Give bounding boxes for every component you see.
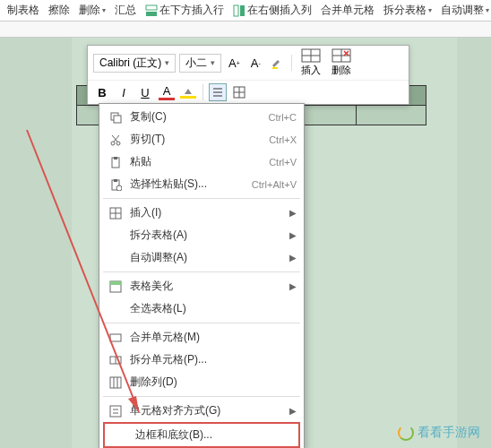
top-toolbar: 制表格 擦除 删除▾ 汇总 在下方插入行 在右侧插入列 合并单元格 拆分表格▾ … xyxy=(0,0,491,22)
cm-border-highlighted[interactable]: 边框和底纹(B)... xyxy=(103,422,300,448)
svg-rect-38 xyxy=(110,377,121,388)
svg-rect-26 xyxy=(114,157,117,159)
svg-rect-41 xyxy=(110,406,121,417)
svg-rect-2 xyxy=(234,5,238,16)
svg-point-29 xyxy=(116,185,122,191)
chevron-right-icon: ▶ xyxy=(289,253,297,263)
font-color-button[interactable]: A xyxy=(158,83,176,101)
highlight-icon[interactable] xyxy=(268,54,286,72)
svg-point-21 xyxy=(111,142,115,145)
copy-icon xyxy=(107,110,125,125)
cm-separator xyxy=(103,323,300,323)
table-delete-icon xyxy=(332,48,351,63)
svg-rect-3 xyxy=(240,5,245,16)
cm-copy[interactable]: 复制(C) Ctrl+C xyxy=(99,106,304,128)
tb-split-table[interactable]: 拆分表格▾ xyxy=(380,3,435,18)
cm-separator xyxy=(103,198,300,199)
merge-icon xyxy=(107,331,125,345)
font-size-select[interactable]: 小二▾ xyxy=(179,54,221,73)
cm-delete-col[interactable]: 删除列(D) xyxy=(99,371,304,393)
watermark-logo-icon xyxy=(398,425,414,441)
svg-rect-35 xyxy=(110,334,121,341)
svg-rect-0 xyxy=(146,5,157,10)
floating-format-toolbar: Calibri (正文)▾ 小二▾ A+ A- 插入 删除 B I U A xyxy=(87,45,409,105)
tb-autofit[interactable]: 自动调整▾ xyxy=(437,3,491,18)
cm-select-all[interactable]: 全选表格(L) xyxy=(99,297,304,320)
cm-insert[interactable]: 插入(I) ▶ xyxy=(99,202,304,224)
svg-rect-1 xyxy=(146,12,157,16)
paste-special-icon xyxy=(107,177,125,192)
cm-beautify[interactable]: 表格美化 ▶ xyxy=(99,275,304,297)
fill-color-button[interactable] xyxy=(179,83,197,101)
svg-rect-34 xyxy=(110,281,121,285)
svg-point-22 xyxy=(116,142,120,145)
svg-rect-28 xyxy=(114,179,117,182)
chevron-right-icon: ▶ xyxy=(289,230,297,240)
insert-menu-button[interactable]: 插入 xyxy=(297,48,324,77)
cm-align[interactable]: 单元格对齐方式(G) ▶ xyxy=(99,400,304,422)
table-insert-icon xyxy=(301,48,321,63)
split-cell-icon xyxy=(107,353,125,367)
align-icon xyxy=(107,404,125,418)
cm-split-cell[interactable]: 拆分单元格(P)... xyxy=(99,349,304,371)
font-name-select[interactable]: Calibri (正文)▾ xyxy=(93,54,176,73)
chevron-right-icon: ▶ xyxy=(289,406,297,416)
insert-col-right-icon xyxy=(233,4,246,17)
chevron-right-icon: ▶ xyxy=(289,281,297,291)
cm-separator xyxy=(103,271,300,272)
underline-button[interactable]: U xyxy=(136,83,154,101)
tb-merge[interactable]: 合并单元格 xyxy=(317,3,378,18)
cm-cut[interactable]: 剪切(T) Ctrl+X xyxy=(99,128,304,151)
tb-erase[interactable]: 擦除 xyxy=(45,3,73,18)
tb-insert-below[interactable]: 在下方插入行 xyxy=(142,3,228,18)
cm-autofit[interactable]: 自动调整(A) ▶ xyxy=(99,246,304,269)
tb-insert-right[interactable]: 在右侧插入列 xyxy=(229,3,315,18)
cut-icon xyxy=(107,133,125,147)
beautify-icon xyxy=(107,280,125,294)
watermark: 看看手游网 xyxy=(398,425,480,441)
delete-col-icon xyxy=(107,375,125,390)
font-shrink-icon[interactable]: A- xyxy=(246,54,264,72)
horizontal-ruler xyxy=(0,22,491,38)
cm-separator xyxy=(103,396,300,397)
tb-delete[interactable]: 删除▾ xyxy=(75,3,109,18)
align-button[interactable] xyxy=(209,83,227,101)
cm-merge[interactable]: 合并单元格(M) xyxy=(99,326,304,349)
cm-split-table[interactable]: 拆分表格(A) ▶ xyxy=(99,224,304,246)
italic-button[interactable]: I xyxy=(115,83,133,101)
borders-button[interactable] xyxy=(230,83,248,101)
tb-draw-table[interactable]: 制表格 xyxy=(4,3,43,18)
insert-icon xyxy=(107,206,125,220)
paste-icon xyxy=(107,155,125,169)
context-menu: 复制(C) Ctrl+C 剪切(T) Ctrl+X 粘贴 Ctrl+V 选择性粘… xyxy=(99,103,305,448)
insert-row-below-icon xyxy=(145,4,158,17)
svg-rect-20 xyxy=(114,116,121,123)
chevron-right-icon: ▶ xyxy=(289,208,297,218)
svg-rect-4 xyxy=(272,67,278,69)
delete-menu-button[interactable]: 删除 xyxy=(328,48,355,77)
tb-summary[interactable]: 汇总 xyxy=(111,3,140,18)
cm-paste-special[interactable]: 选择性粘贴(S)... Ctrl+Alt+V xyxy=(99,173,304,195)
bold-button[interactable]: B xyxy=(93,83,111,101)
font-grow-icon[interactable]: A+ xyxy=(225,54,243,72)
cm-paste[interactable]: 粘贴 Ctrl+V xyxy=(99,151,304,173)
